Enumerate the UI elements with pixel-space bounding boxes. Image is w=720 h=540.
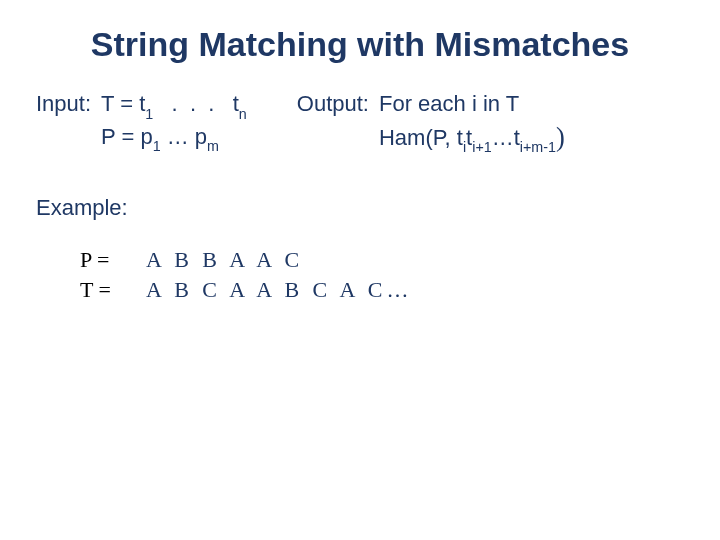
io-row: Input: T = t1 . . . tn P = p1 … pm Outpu… [36, 89, 690, 155]
tim-base: t [514, 125, 520, 150]
tn-base: t [233, 91, 239, 116]
example-row-P: P = A B B A A C [80, 245, 690, 275]
output-content: For each i in T Ham(P, titi+1…ti+m-1) [379, 89, 565, 155]
slide: String Matching with Mismatches Input: T… [0, 0, 720, 540]
ti-sub: i [463, 139, 466, 155]
input-content: T = t1 . . . tn P = p1 … pm [101, 89, 247, 154]
output-block: Output: For each i in T Ham(P, titi+1…ti… [297, 89, 565, 155]
input-line-T: T = t1 . . . tn [101, 89, 247, 122]
p1-sub: 1 [153, 138, 161, 154]
input-label: Input: [36, 89, 91, 154]
example-p-value: A B B A A C [146, 245, 303, 275]
output-line1: For each i in T [379, 89, 565, 119]
ti-base: t [457, 125, 463, 150]
ham-prefix: Ham(P, [379, 125, 457, 150]
example-p-label: P = [80, 245, 126, 275]
example-t-label: T = [80, 275, 126, 305]
p-dots: … [161, 124, 195, 149]
output-line2: Ham(P, titi+1…ti+m-1) [379, 119, 565, 156]
t-equals: T = [101, 91, 139, 116]
example-row-T: T = A B C A A B C A C [80, 275, 690, 305]
close-paren: ) [556, 122, 565, 152]
pm-base: p [195, 124, 207, 149]
tim-sub: i+m-1 [520, 139, 556, 155]
p-equals: P = [101, 124, 140, 149]
input-line-P: P = p1 … pm [101, 122, 247, 155]
example-t-value: A B C A A B C A C [146, 275, 408, 305]
pm-sub: m [207, 138, 219, 154]
ham-dots: … [492, 125, 514, 150]
p1-base: p [140, 124, 152, 149]
tn-sub: n [239, 106, 247, 122]
example-label: Example: [36, 195, 690, 221]
example-block: P = A B B A A C T = A B C A A B C A C [80, 245, 690, 304]
ti1-sub: i+1 [472, 139, 491, 155]
slide-title: String Matching with Mismatches [30, 25, 690, 64]
t-dots: . . . [153, 91, 232, 116]
t1-sub: 1 [145, 106, 153, 122]
output-label: Output: [297, 89, 369, 155]
input-block: Input: T = t1 . . . tn P = p1 … pm [36, 89, 247, 154]
